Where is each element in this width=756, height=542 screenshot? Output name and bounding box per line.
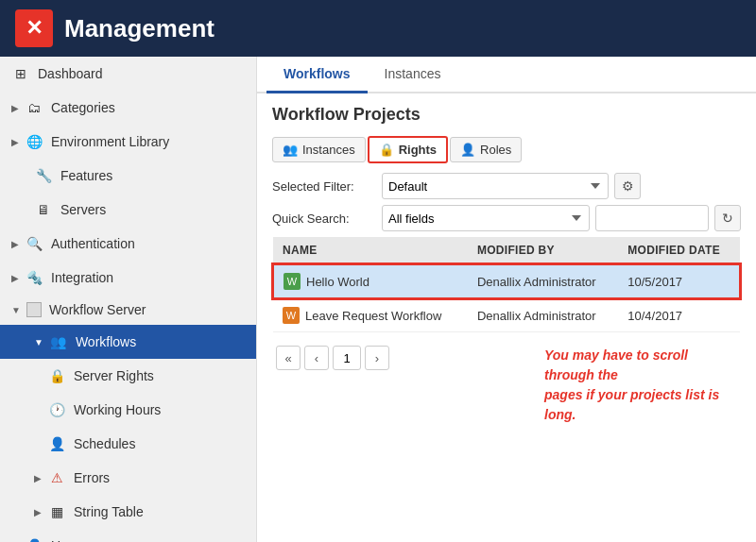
string-table-icon: ▦ [47,502,66,521]
sidebar-item-features[interactable]: 🔧 Features [0,159,256,193]
sidebar-item-users[interactable]: ▶ 👤 Users [0,529,256,542]
sidebar-item-working-hours[interactable]: 🕐 Working Hours [0,393,256,427]
next-page-button[interactable]: › [365,346,389,370]
sub-tab-rights-label: Rights [399,143,437,157]
sub-tabs: 👥 Instances 🔒 Rights 👤 Roles [272,136,741,163]
sidebar-label-servers: Servers [60,202,106,217]
sidebar-label-env-library: Environment Library [51,134,169,149]
chevron-icon: ▼ [34,337,43,347]
search-input[interactable] [595,205,709,231]
sub-tab-roles-label: Roles [480,143,511,157]
sidebar-item-categories[interactable]: ▶ 🗂 Categories [0,91,256,125]
instances-tab-icon: 👥 [283,143,298,157]
prev-page-button[interactable]: ‹ [304,346,329,370]
sidebar-label-workflow-server: Workflow Server [49,302,146,317]
env-library-icon: 🌐 [25,132,43,151]
sidebar-label-auth: Authentication [51,236,135,251]
sidebar-label-schedules: Schedules [74,436,135,451]
chevron-icon: ▶ [34,507,42,517]
page-number-input[interactable] [333,346,361,370]
chevron-icon: ▼ [11,305,21,315]
page-title: Workflow Projects [272,105,741,125]
app-logo [15,9,53,47]
sidebar-label-integration: Integration [51,270,113,285]
app-title: Management [64,14,215,43]
quick-search-field-select[interactable]: All fields [382,205,590,231]
sidebar-item-workflow-server[interactable]: ▼ Workflow Server [0,295,256,325]
server-rights-icon: 🔒 [47,366,66,385]
sidebar-label-features: Features [60,168,112,183]
selected-filter-label: Selected Filter: [272,179,376,194]
table-row[interactable]: W Hello World Denallix Administrator 10/… [273,264,740,298]
features-icon: 🔧 [34,166,53,185]
auth-icon: 🔍 [25,234,43,253]
sidebar: ⊞ Dashboard ▶ 🗂 Categories ▶ 🌐 Environme… [0,57,257,542]
sidebar-label-dashboard: Dashboard [38,66,103,81]
workflows-icon: 👥 [49,332,68,351]
rights-tab-icon: 🔒 [379,143,394,157]
working-hours-icon: 🕐 [47,400,66,419]
sidebar-item-dashboard[interactable]: ⊞ Dashboard [0,57,256,91]
app-header: Management [0,0,756,57]
servers-icon: 🖥 [34,200,53,219]
row-name-cell: W Leave Request Workflow [273,298,468,332]
sub-tab-rights[interactable]: 🔒 Rights [368,136,448,163]
chevron-icon: ▶ [34,473,42,483]
first-page-button[interactable]: « [276,346,301,370]
integration-icon: 🔩 [25,268,43,287]
errors-icon: ⚠ [47,468,66,487]
sidebar-item-servers[interactable]: 🖥 Servers [0,193,256,227]
sidebar-item-schedules[interactable]: 👤 Schedules [0,427,256,461]
main-layout: ⊞ Dashboard ▶ 🗂 Categories ▶ 🌐 Environme… [0,57,756,542]
filter-row-quick-search: Quick Search: All fields ↻ [272,205,741,231]
sub-tab-instances[interactable]: 👥 Instances [272,137,366,162]
sidebar-item-environment-library[interactable]: ▶ 🌐 Environment Library [0,125,256,159]
workflow-table: NAME MODIFIED BY MODIFIED DATE W Hello W… [272,237,741,332]
sidebar-label-working-hours: Working Hours [74,402,161,417]
row-modified-date-cell: 10/4/2017 [618,298,740,332]
row-icon-2: W [283,307,300,324]
sidebar-item-errors[interactable]: ▶ ⚠ Errors [0,461,256,495]
sidebar-item-server-rights[interactable]: 🔒 Server Rights [0,359,256,393]
sidebar-label-users: Users [51,538,86,542]
chevron-icon: ▶ [11,239,19,249]
top-tabs: Workflows Instances [257,57,756,93]
content-area: Workflows Instances Workflow Projects 👥 … [257,57,756,542]
row-modified-date-cell: 10/5/2017 [618,264,740,298]
sidebar-item-workflows[interactable]: ▼ 👥 Workflows [0,325,256,359]
tab-instances[interactable]: Instances [368,57,458,93]
scroll-note: You may have to scroll through the pages… [544,346,741,425]
refresh-button[interactable]: ↻ [714,205,741,231]
sub-tab-instances-label: Instances [302,143,355,157]
col-header-name: NAME [273,237,468,264]
pagination: « ‹ › [272,338,393,378]
sidebar-label-workflows: Workflows [76,334,136,349]
col-header-modified-date: MODIFIED DATE [618,237,740,264]
chevron-icon: ▶ [11,103,19,113]
row-name-cell: W Hello World [273,264,468,298]
sidebar-label-errors: Errors [74,470,110,485]
workflow-server-icon [26,302,42,317]
sidebar-item-string-table[interactable]: ▶ ▦ String Table [0,495,256,529]
content-body: Workflow Projects 👥 Instances 🔒 Rights 👤… [257,93,756,542]
row-modified-by-cell: Denallix Administrator [468,298,618,332]
quick-search-label: Quick Search: [272,212,376,226]
filter-settings-button[interactable]: ⚙ [614,173,641,199]
sidebar-label-server-rights: Server Rights [74,368,154,383]
categories-icon: 🗂 [25,98,43,117]
chevron-icon: ▶ [11,273,19,283]
tab-workflows[interactable]: Workflows [266,57,368,93]
row-icon-1: W [284,273,301,290]
sidebar-item-integration[interactable]: ▶ 🔩 Integration [0,261,256,295]
row-modified-by-cell: Denallix Administrator [468,264,618,298]
sidebar-item-authentication[interactable]: ▶ 🔍 Authentication [0,227,256,261]
sidebar-label-categories: Categories [51,100,115,115]
selected-filter-select[interactable]: Default [382,173,609,199]
table-row[interactable]: W Leave Request Workflow Denallix Admini… [273,298,740,332]
chevron-icon: ▶ [11,137,19,147]
filter-row-selected: Selected Filter: Default ⚙ [272,173,741,199]
roles-tab-icon: 👤 [460,143,475,157]
schedules-icon: 👤 [47,434,66,453]
sub-tab-roles[interactable]: 👤 Roles [450,137,522,162]
col-header-modified-by: MODIFIED BY [468,237,618,264]
